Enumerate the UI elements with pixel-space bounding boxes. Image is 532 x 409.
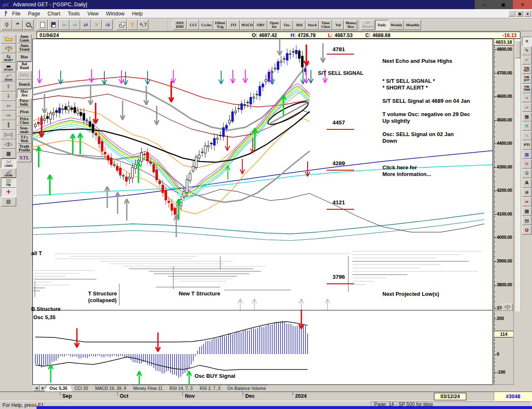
menu-file[interactable]: File	[8, 10, 24, 17]
scrollbar-thumb[interactable]	[515, 41, 520, 58]
bar-spacing-button[interactable]: ‖	[1, 120, 16, 130]
delete-page-button[interactable]: ✕	[91, 20, 102, 30]
reload-page-button[interactable]: ⇄	[81, 20, 91, 30]
data-pin-button[interactable]: ⚲	[2, 20, 12, 30]
study-tj-s-web[interactable]: TJ's Web	[17, 135, 32, 144]
symbol-list-button[interactable]	[1, 44, 16, 53]
toolbar-jti[interactable]: JTI	[227, 20, 240, 30]
fib-extension-button[interactable]: FIB EXT	[522, 74, 532, 84]
tab-money-flow-11[interactable]: Money Flow 11	[128, 385, 167, 391]
draw-close-button[interactable]: ✕	[522, 37, 532, 46]
restore-button[interactable]: ▣	[494, 0, 513, 9]
study-bias[interactable]: Bias	[17, 52, 32, 62]
study-seas-onals[interactable]: Seas- onals	[17, 126, 32, 135]
mob-button[interactable]: MOB	[522, 159, 532, 169]
menu-help[interactable]: Help	[128, 10, 146, 17]
trade-profile-grid-button[interactable]: ▦	[1, 149, 16, 159]
prev-page-button[interactable]: ⇦	[59, 20, 69, 30]
menu-page[interactable]: Page	[24, 10, 44, 17]
ellipse-button[interactable]: ELIPS	[522, 121, 532, 131]
quote-button[interactable]: ”	[12, 20, 23, 30]
mdi-minimize-button[interactable]: _	[508, 10, 515, 17]
toolbar-open-int[interactable]: Open Int	[268, 20, 281, 30]
toolbar-macd[interactable]: MACD	[240, 20, 254, 30]
study-price-clust[interactable]: Price Clust	[17, 117, 32, 126]
menu-tools[interactable]: Tools	[64, 10, 84, 17]
open-chart-button[interactable]	[1, 34, 16, 44]
tab-osc-5-35[interactable]: Osc 5,35	[44, 385, 72, 392]
recalc-page-button[interactable]: ⇉	[102, 20, 113, 30]
study-mov-ave[interactable]: Mov Ave	[17, 89, 32, 98]
toolbar-money-flow[interactable]: Money flow	[344, 20, 358, 30]
study-auto-gann[interactable]: Auto Gann	[17, 34, 32, 43]
toolbar-cycles[interactable]: Cycles	[200, 20, 213, 30]
menu-window[interactable]: Window	[102, 10, 128, 17]
parallel-lines-button[interactable]	[522, 55, 532, 64]
close-button[interactable]: ✕	[513, 0, 532, 9]
toolbar-time-clust[interactable]: Time Clust	[319, 20, 332, 30]
gann-button[interactable]: GANN	[1, 168, 16, 178]
reset-button[interactable]: ⇆RESET	[1, 53, 16, 63]
period-weekly[interactable]: Weekly	[389, 20, 404, 30]
study-para-bolic[interactable]: Para- bolic	[17, 98, 32, 107]
menu-chart[interactable]: Chart	[44, 10, 64, 17]
mdi-restore-button[interactable]: ▣	[516, 10, 523, 17]
tab-cci-20[interactable]: CCI 20	[69, 385, 93, 391]
save-button[interactable]	[48, 20, 59, 30]
fib-lines-button[interactable]: FIB	[1, 178, 16, 187]
toolbar-stoch[interactable]: Stoch	[306, 20, 319, 30]
toolbar-osc[interactable]: Osc	[281, 20, 293, 30]
vertical-scrollbar[interactable]	[515, 39, 521, 312]
scroll-down-button[interactable]: ⇩	[1, 92, 16, 101]
regression-grid-button[interactable]: ▦	[522, 112, 532, 121]
study-xtl[interactable]: XTL	[17, 153, 32, 162]
zoom-in-button[interactable]: ⊕	[522, 188, 532, 197]
next-page-button[interactable]: ⇨	[70, 20, 80, 30]
study-bol-band[interactable]: Bol Band	[17, 62, 32, 71]
scroll-left-button[interactable]: ⇦	[1, 101, 16, 111]
new-chart-button[interactable]	[37, 20, 48, 30]
copy-page-button[interactable]: ▤	[522, 216, 532, 225]
scale-settings-button[interactable]	[502, 304, 513, 311]
fib-time-button[interactable]: FIB TIME	[522, 84, 532, 93]
toolbar-adx-dmi[interactable]: ADX DMI	[173, 20, 187, 30]
study-delta[interactable]: Delta	[17, 71, 32, 80]
menu-view[interactable]: View	[84, 10, 102, 17]
make-grid-button[interactable]: ▦	[522, 150, 532, 159]
elliott-button[interactable]: Elliott	[1, 72, 16, 82]
tab-rsi-2-7-3[interactable]: RSI 2, 7, 3	[195, 385, 225, 391]
toolbar-cci[interactable]: CCI	[187, 20, 199, 30]
fib-retracement-button[interactable]: FIB RET	[522, 65, 532, 74]
tab-on-balance-volume[interactable]: On Balance Volume	[222, 385, 271, 391]
tab-scroll-left-button[interactable]: ◀	[33, 385, 39, 391]
tab-macd-19-39-9[interactable]: MACD 19, 39, 9	[90, 385, 131, 391]
scroll-right-button[interactable]: ⇨	[1, 111, 16, 120]
about-help-button[interactable]: ?	[127, 20, 138, 30]
pencil-button[interactable]: ✎	[522, 46, 532, 55]
mdi-close-button[interactable]: x	[524, 10, 531, 17]
study-trade-profile[interactable]: Trade Profile	[17, 144, 32, 153]
minimize-button[interactable]: —	[475, 0, 494, 9]
period-daily[interactable]: Daily	[375, 20, 389, 30]
magnet-button[interactable]: U	[522, 226, 532, 235]
value-probe-button[interactable]: ①	[522, 169, 532, 178]
scroll-up-button[interactable]: ⇧	[1, 82, 16, 92]
pti-button[interactable]: PTI	[522, 141, 532, 150]
period-60-minute[interactable]: 60 Minute	[361, 20, 375, 30]
period-monthly[interactable]: Monthly	[404, 20, 421, 30]
text-tool-button[interactable]: A	[522, 178, 532, 188]
properties-button[interactable]: ▤	[1, 197, 16, 206]
study-auto-trend[interactable]: Auto Trend	[17, 43, 32, 52]
expand-button[interactable]: ◁▷	[1, 139, 16, 149]
toolbar-obv[interactable]: OBV	[254, 20, 267, 30]
print-button[interactable]	[116, 20, 127, 30]
fib-circle-button[interactable]: FIB	[522, 93, 532, 102]
toolbar-rsi[interactable]: RSI	[293, 20, 305, 30]
eraser-button[interactable]: ▰	[522, 197, 532, 206]
compress-button[interactable]: ▷◁	[1, 130, 16, 139]
lines-button[interactable]: LINES	[1, 159, 16, 168]
toolbar-vol[interactable]: Vol	[332, 20, 344, 30]
zoom-tool-button[interactable]	[23, 20, 34, 30]
annotation-click-here-link[interactable]: Click here for More Information...	[382, 164, 431, 178]
study-button[interactable]: ▬STUDY	[1, 63, 16, 72]
